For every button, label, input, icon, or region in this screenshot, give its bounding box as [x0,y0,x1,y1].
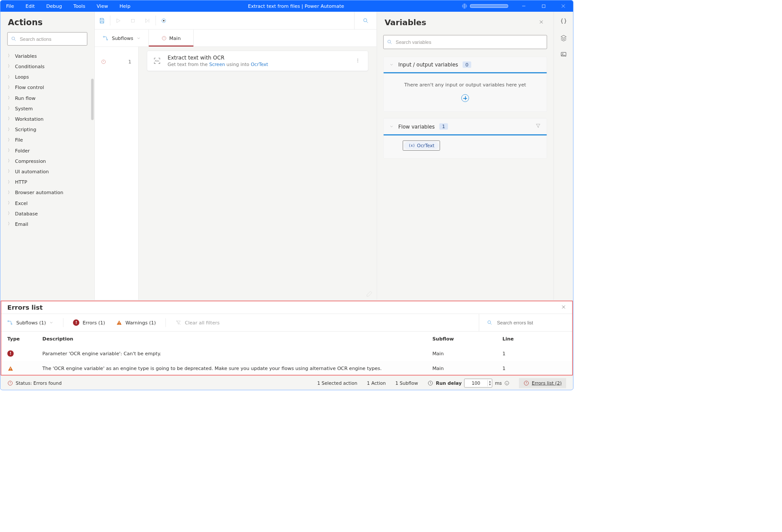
svg-point-23 [488,321,491,324]
delay-spin-down[interactable]: ▼ [488,383,492,386]
error-subflow: Main [432,366,502,371]
menu-help[interactable]: Help [114,0,136,12]
action-group-label: Loops [15,74,29,79]
action-group-email[interactable]: 〉Email [7,219,93,229]
errors-search-input[interactable] [497,320,567,326]
action-group-compression[interactable]: 〉Compression [7,156,93,166]
run-delay-input[interactable]: 100 ▲▼ [464,379,492,388]
menu-view[interactable]: View [91,0,114,12]
action-group-excel[interactable]: 〉Excel [7,198,93,208]
action-group-flow-control[interactable]: 〉Flow control [7,82,93,93]
record-button[interactable] [156,12,171,29]
menu-edit[interactable]: Edit [20,0,41,12]
flow-canvas[interactable]: Abc Extract text with OCR Get text from … [139,47,377,300]
variables-search-input[interactable] [395,39,543,45]
window-maximize-button[interactable] [533,0,553,12]
svg-point-16 [388,40,391,43]
right-rail [553,12,573,300]
account-indicator[interactable] [456,0,514,12]
eraser-icon[interactable] [366,291,373,297]
actions-search[interactable] [7,32,87,46]
action-card-menu-button[interactable] [353,56,362,65]
action-group-label: Scripting [15,126,36,132]
menu-debug[interactable]: Debug [40,0,68,12]
action-group-loops[interactable]: 〉Loops [7,72,93,82]
errors-errors-filter[interactable]: ! Errors (1) [72,320,106,326]
errors-errors-label: Errors (1) [83,320,105,325]
errors-list-button[interactable]: Errors list (2) [519,378,566,388]
step-button[interactable] [140,12,155,29]
actions-scrollbar[interactable] [91,79,94,120]
chevron-right-icon: 〉 [7,127,12,132]
rail-layers-button[interactable] [560,34,567,42]
add-variable-button[interactable] [461,94,469,102]
subflows-dropdown[interactable]: Subflows [95,30,149,46]
action-group-folder[interactable]: 〉Folder [7,145,93,155]
col-desc: Description [43,336,433,342]
chevron-right-icon: 〉 [7,169,12,174]
status-selected: 1 Selected action [317,380,357,386]
errors-subflows-filter[interactable]: Subflows (1) [5,320,55,325]
variables-panel: Variables Input / output variables 0 The… [377,12,553,300]
run-delay: Run delay 100 ▲▼ ms [427,379,509,388]
action-group-system[interactable]: 〉System [7,103,93,114]
action-group-database[interactable]: 〉Database [7,208,93,219]
actions-tree[interactable]: 〉Variables〉Conditionals〉Loops〉Flow contr… [0,51,94,300]
image-icon [560,51,567,58]
variables-close-button[interactable] [537,17,546,27]
errors-search[interactable] [479,314,568,331]
status-subflows: 1 Subflow [395,380,418,386]
action-group-variables[interactable]: 〉Variables [7,51,93,61]
line-gutter: 1 [95,47,139,300]
ocr-icon: Abc [153,57,162,65]
line-error-icon[interactable] [101,59,106,64]
errors-close-button[interactable] [561,304,566,311]
window-close-button[interactable] [553,0,573,12]
errors-warnings-filter[interactable]: Warnings (1) [115,320,157,325]
designer-search-button[interactable] [354,12,376,29]
svg-point-7 [364,18,367,21]
action-group-browser-automation[interactable]: 〉Browser automation [7,187,93,198]
menu-tools[interactable]: Tools [68,0,91,12]
tab-main[interactable]: Main [149,30,194,46]
status-text: Status: Errors found [7,380,62,386]
filter-button[interactable] [535,123,541,130]
clear-filter-icon [175,320,182,325]
action-group-ui-automation[interactable]: 〉UI automation [7,166,93,177]
run-button[interactable] [111,12,126,29]
save-button[interactable] [95,12,109,29]
delay-spin-up[interactable]: ▲ [488,380,492,383]
actions-search-input[interactable] [19,36,84,42]
action-group-scripting[interactable]: 〉Scripting [7,124,93,135]
action-group-file[interactable]: 〉File [7,135,93,145]
rail-images-button[interactable] [560,51,567,59]
action-group-http[interactable]: 〉HTTP [7,177,93,187]
action-card-ocr[interactable]: Abc Extract text with OCR Get text from … [147,51,368,71]
variable-chip-ocrtext[interactable]: (x) OcrText [404,142,439,149]
rail-variables-button[interactable] [560,17,567,25]
info-icon[interactable] [504,380,510,386]
action-group-workstation[interactable]: 〉Workstation [7,114,93,124]
action-group-conditionals[interactable]: 〉Conditionals [7,61,93,72]
titlebar: File Edit Debug Tools View Help Extract … [0,0,573,12]
play-icon [115,18,121,23]
chevron-right-icon: 〉 [7,179,12,185]
clear-filters-button[interactable]: Clear all filters [174,320,221,325]
tab-main-label: Main [169,35,181,41]
clear-filters-label: Clear all filters [185,320,219,325]
action-group-label: UI automation [15,169,49,174]
error-row[interactable]: The 'OCR engine variable' as an engine t… [0,361,573,376]
action-group-run-flow[interactable]: 〉Run flow [7,93,93,103]
app-window: File Edit Debug Tools View Help Extract … [0,0,573,390]
stop-button[interactable] [126,12,140,29]
variables-search[interactable] [383,35,547,49]
error-row[interactable]: ! Parameter 'OCR engine variable': Can't… [0,346,573,361]
search-icon [11,36,17,42]
flow-variables-header[interactable]: Flow variables 1 [384,119,547,135]
errors-panel: Errors list Subflows (1) ! Errors (1) Wa… [0,300,573,376]
io-variables-header[interactable]: Input / output variables 0 [384,57,547,73]
errors-toolbar: Subflows (1) ! Errors (1) Warnings (1) C… [0,314,573,331]
window-minimize-button[interactable] [514,0,533,12]
error-circle-icon [524,380,529,386]
menu-file[interactable]: File [0,0,20,12]
